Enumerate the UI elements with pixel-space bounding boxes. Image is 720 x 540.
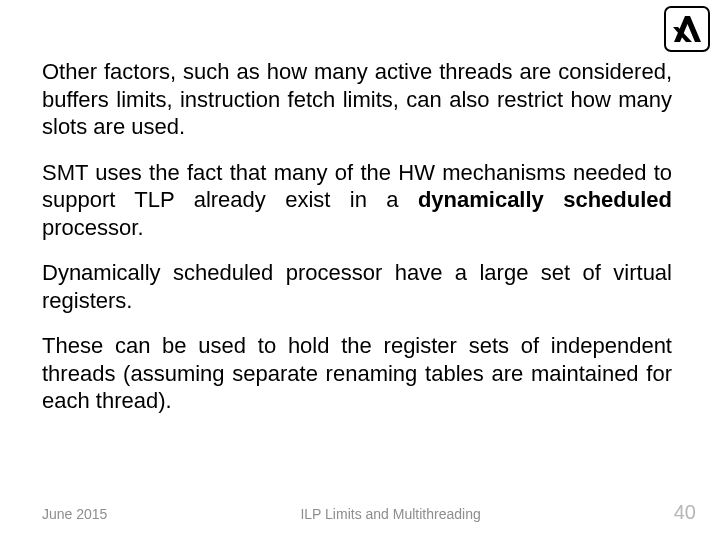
paragraph-4: These can be used to hold the register s…	[42, 332, 672, 415]
paragraph-3: Dynamically scheduled processor have a l…	[42, 259, 672, 314]
paragraph-1: Other factors, such as how many active t…	[42, 58, 672, 141]
p2-post: processor.	[42, 215, 144, 240]
slide: Other factors, such as how many active t…	[0, 0, 720, 540]
footer-title: ILP Limits and Multithreading	[107, 506, 673, 522]
footer-page-number: 40	[674, 501, 696, 524]
institution-logo	[664, 6, 710, 52]
logo-icon	[664, 6, 710, 52]
slide-footer: June 2015 ILP Limits and Multithreading …	[42, 501, 696, 524]
footer-date: June 2015	[42, 506, 107, 522]
paragraph-2: SMT uses the fact that many of the HW me…	[42, 159, 672, 242]
slide-body: Other factors, such as how many active t…	[42, 58, 672, 433]
p2-bold: dynamically scheduled	[418, 187, 672, 212]
svg-rect-0	[665, 7, 709, 51]
